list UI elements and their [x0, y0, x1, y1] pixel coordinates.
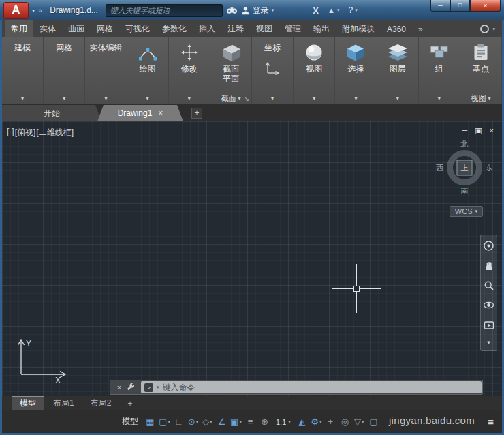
close-button[interactable]: × — [470, 0, 501, 12]
model-space-toggle[interactable]: 模型 — [122, 416, 138, 427]
ribbon-tab-solid[interactable]: 实体 — [33, 20, 62, 38]
pan-hand-icon[interactable] — [483, 260, 494, 271]
ribbon-tab-output[interactable]: 输出 — [307, 20, 336, 38]
polar-tracking-icon[interactable]: ⊙ ▾ — [186, 415, 200, 430]
modeling-panel-expand-button[interactable]: ▾ — [2, 93, 43, 104]
viewcube-east-label[interactable]: 东 — [486, 163, 493, 173]
ortho-icon[interactable]: ∟ — [172, 415, 186, 430]
new-layout-button[interactable]: + — [120, 398, 140, 409]
viewcube-north-label[interactable]: 北 — [461, 139, 469, 149]
ribbon-panel-view[interactable]: 视图 ▾ — [294, 38, 335, 104]
layout-tab-layout1[interactable]: 布局1 — [46, 397, 82, 410]
annotation-scale-button[interactable]: 1:1 ▾ — [272, 418, 295, 426]
zoom-magnifier-icon[interactable] — [483, 280, 494, 291]
customization-menu-button[interactable]: ≡ — [479, 416, 502, 427]
annotation-monitor-icon[interactable]: + — [324, 415, 338, 430]
annotation-visibility-icon[interactable]: ◭ — [295, 415, 309, 430]
coordinates-panel-expand-button[interactable]: ▾ — [252, 93, 293, 104]
view-panel-expand-button[interactable]: ▾ — [294, 93, 334, 104]
grid-icon[interactable]: ▦ — [143, 415, 157, 430]
workspace-gear-icon[interactable]: ⚙ ▾ — [309, 415, 324, 430]
ribbon-tab-home[interactable]: 常用 — [5, 20, 33, 38]
groups-panel-expand-button[interactable]: ▾ — [419, 93, 460, 104]
command-recent-arrow-icon[interactable]: ▾ — [157, 385, 159, 390]
ribbon-tab-parametric[interactable]: 参数化 — [156, 20, 193, 38]
solid-editing-panel-expand-button[interactable]: ▾ — [85, 93, 126, 104]
viewport-view-control[interactable]: [俯视] — [15, 127, 36, 138]
ribbon-tab-a360[interactable]: A360 — [381, 20, 412, 38]
ribbon-tab-manage[interactable]: 管理 — [279, 20, 307, 38]
ribbon-panel-modify[interactable]: 修改 ▾ — [169, 38, 210, 104]
navbar-more-icon[interactable]: ▾ — [487, 339, 490, 346]
command-line-wrench-icon[interactable] — [126, 382, 135, 393]
drawing-minimize-icon[interactable]: ─ — [462, 126, 467, 135]
ribbon-tab-insert[interactable]: 插入 — [193, 20, 221, 38]
sign-in-button[interactable]: 登录 ▾ — [241, 5, 274, 16]
maximize-button[interactable]: □ — [450, 0, 470, 12]
ribbon-panel-section[interactable]: 截面 平面 截面 ▾ ↘ — [210, 38, 252, 104]
ribbon-tab-surface[interactable]: 曲面 — [62, 20, 91, 38]
ribbon-panel-base-view[interactable]: 基点 视图 ▾ — [460, 38, 502, 104]
layout-tab-model[interactable]: 模型 — [12, 396, 44, 410]
snap-icon[interactable]: ▢ ▾ — [157, 415, 172, 430]
file-tab-close-icon[interactable]: × — [158, 108, 163, 118]
draw-panel-expand-button[interactable]: ▾ — [127, 93, 168, 104]
ribbon-tab-overflow[interactable]: » — [412, 20, 429, 38]
orbit-icon[interactable] — [483, 299, 494, 311]
exchange-apps-icon[interactable]: X — [313, 5, 319, 16]
ribbon-tab-visualize[interactable]: 可视化 — [119, 20, 156, 38]
ribbon-panel-draw[interactable]: 绘图 ▾ — [127, 38, 169, 104]
search-box[interactable] — [106, 4, 223, 17]
ribbon-tab-mesh[interactable]: 网格 — [91, 20, 119, 38]
ribbon-panel-selection[interactable]: 选择 ▾ — [335, 38, 377, 104]
command-line[interactable]: × > ▾ — [110, 380, 483, 395]
ribbon-panel-modeling[interactable]: 建模 ▾ — [2, 38, 44, 104]
viewcube-west-label[interactable]: 西 — [436, 163, 443, 173]
isolate-objects-icon[interactable]: ◎ — [338, 415, 352, 430]
section-dialog-launcher-icon[interactable]: ↘ — [244, 95, 249, 102]
layout-tab-layout2[interactable]: 布局2 — [83, 397, 119, 410]
drawing-canvas[interactable]: [-] [俯视] [二维线框] ─ ▣ × 北 西 上 东 南 — [2, 121, 502, 396]
command-line-close-icon[interactable]: × — [117, 383, 121, 391]
dynamic-input-icon[interactable]: ⊕ — [257, 415, 272, 430]
viewcube[interactable]: 北 西 上 东 南 — [437, 139, 492, 196]
search-binoculars-icon[interactable] — [226, 6, 238, 14]
selection-panel-expand-button[interactable]: ▾ — [335, 93, 376, 104]
file-tab-start[interactable]: 开始 — [2, 105, 101, 121]
ribbon-tab-annotate[interactable]: 注释 — [221, 20, 250, 38]
ribbon-panel-layers[interactable]: 图层 ▾ — [377, 38, 419, 104]
isometric-drafting-icon[interactable]: ◇ ▾ — [200, 415, 215, 430]
showmotion-icon[interactable] — [483, 319, 494, 331]
view-panel2-expand-button[interactable]: 视图 ▾ — [460, 93, 501, 104]
minimize-button[interactable]: ─ — [430, 0, 450, 12]
ribbon-panel-groups[interactable]: 组 ▾ — [419, 38, 460, 104]
viewcube-compass-ring[interactable]: 上 — [447, 150, 482, 185]
app-manager-button[interactable]: ▲ ▾ — [328, 6, 339, 14]
search-input[interactable] — [110, 6, 218, 14]
application-menu-button[interactable]: A — [3, 2, 29, 19]
modify-panel-expand-button[interactable]: ▾ — [169, 93, 210, 104]
mesh-panel-expand-button[interactable]: ▾ — [44, 93, 84, 104]
ribbon-tab-view[interactable]: 视图 — [250, 20, 279, 38]
viewport-visual-style-control[interactable]: [二维线框] — [36, 127, 74, 138]
layers-panel-expand-button[interactable]: ▾ — [377, 93, 418, 104]
object-snap-tracking-icon[interactable]: ∠ — [215, 415, 229, 430]
ribbon-display-arrow-icon[interactable]: ▾ — [492, 27, 495, 32]
command-input-area[interactable]: > ▾ — [141, 381, 482, 393]
ribbon-panel-mesh[interactable]: 网格 ▾ — [44, 38, 85, 104]
ribbon-panel-solid-editing[interactable]: 实体编辑 ▾ — [85, 38, 127, 104]
viewcube-top-face[interactable]: 上 — [457, 160, 473, 176]
object-snap-icon[interactable]: ▣ ▾ — [229, 415, 243, 430]
command-prompt-icon[interactable]: > — [144, 383, 153, 392]
full-navigation-wheel-icon[interactable] — [483, 240, 494, 252]
command-input[interactable] — [163, 382, 478, 392]
wcs-dropdown[interactable]: WCS ▾ — [450, 206, 483, 217]
lineweight-icon[interactable]: ≡ — [243, 415, 257, 430]
drawing-close-icon[interactable]: × — [490, 126, 494, 135]
ribbon-panel-coordinates[interactable]: 坐标 ▾ — [252, 38, 294, 104]
ribbon-tab-addins[interactable]: 附加模块 — [336, 20, 381, 38]
drawing-restore-icon[interactable]: ▣ — [475, 126, 482, 135]
new-drawing-button[interactable]: + — [191, 108, 202, 119]
clean-screen-icon[interactable]: ▢ — [366, 415, 381, 430]
application-menu-arrow-icon[interactable]: ▾ — [32, 7, 35, 14]
